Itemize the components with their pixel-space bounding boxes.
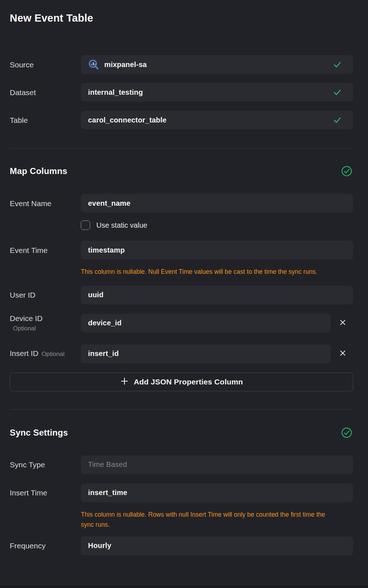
- insert-id-optional-label: Optional: [41, 349, 64, 358]
- event-name-value: event_name: [88, 199, 131, 208]
- frequency-row: Frequency Hourly: [10, 536, 353, 555]
- frequency-value: Hourly: [88, 542, 111, 550]
- sync-settings-header: Sync Settings: [10, 427, 353, 438]
- event-time-value: timestamp: [88, 246, 125, 254]
- insert-time-label: Insert Time: [10, 484, 81, 502]
- section-divider: [10, 409, 353, 410]
- insert-time-warning: This column is nullable. Rows with null …: [81, 509, 332, 530]
- event-time-label: Event Time: [10, 241, 81, 259]
- device-id-select[interactable]: device_id: [81, 314, 331, 333]
- event-name-label: Event Name: [10, 194, 81, 213]
- insert-time-row: Insert Time insert_time This column is n…: [10, 484, 353, 530]
- section-divider: [10, 148, 353, 148]
- use-static-value-row: Use static value: [81, 220, 353, 230]
- x-icon: [338, 348, 347, 359]
- user-id-label: User ID: [10, 286, 81, 304]
- dataset-value: internal_testing: [88, 88, 143, 97]
- dataset-select[interactable]: internal_testing: [81, 83, 353, 102]
- source-select[interactable]: mixpanel-sa: [81, 55, 353, 74]
- check-icon: [333, 116, 342, 124]
- device-id-row: Device ID Optional device_id: [10, 314, 353, 333]
- device-id-label: Device ID: [10, 314, 81, 323]
- table-value: carol_connector_table: [88, 116, 167, 124]
- user-id-value: uuid: [88, 291, 104, 299]
- insert-id-label-block: Insert ID Optional: [10, 344, 81, 363]
- map-columns-header: Map Columns: [10, 166, 353, 177]
- insert-id-select[interactable]: insert_id: [81, 344, 331, 363]
- table-select[interactable]: carol_connector_table: [81, 111, 353, 129]
- insert-id-clear-button[interactable]: [334, 344, 351, 363]
- table-label: Table: [10, 111, 81, 129]
- dataset-label: Dataset: [10, 83, 81, 102]
- sync-type-value: Time Based: [88, 460, 127, 469]
- add-json-properties-button[interactable]: Add JSON Properties Column: [10, 373, 353, 391]
- event-name-select[interactable]: event_name: [81, 194, 353, 213]
- device-id-label-block: Device ID Optional: [10, 314, 81, 333]
- user-id-select[interactable]: uuid: [81, 286, 353, 304]
- sync-type-label: Sync Type: [10, 455, 81, 474]
- insert-id-value: insert_id: [88, 349, 119, 358]
- table-row: Table carol_connector_table: [10, 111, 353, 129]
- x-icon: [338, 318, 347, 328]
- source-label: Source: [10, 55, 81, 74]
- use-static-value-checkbox[interactable]: [81, 220, 90, 230]
- source-row: Source mixpanel-sa: [10, 55, 353, 74]
- insert-id-label: Insert ID: [10, 349, 38, 358]
- event-name-row: Event Name event_name: [10, 194, 353, 213]
- device-id-clear-button[interactable]: [334, 314, 351, 333]
- user-id-row: User ID uuid: [10, 286, 353, 304]
- frequency-label: Frequency: [10, 536, 81, 555]
- frequency-select[interactable]: Hourly: [81, 536, 353, 555]
- add-json-properties-label: Add JSON Properties Column: [134, 378, 243, 386]
- sync-settings-heading: Sync Settings: [10, 427, 68, 438]
- plus-icon: [120, 377, 129, 387]
- source-value: mixpanel-sa: [104, 61, 147, 69]
- device-id-value: device_id: [88, 319, 122, 327]
- circle-check-icon: [341, 166, 352, 177]
- check-icon: [333, 60, 342, 69]
- insert-id-row: Insert ID Optional insert_id: [10, 344, 353, 363]
- insert-time-value: insert_time: [88, 489, 127, 497]
- mixpanel-search-icon: [88, 59, 99, 70]
- use-static-value-label: Use static value: [96, 221, 147, 230]
- check-icon: [333, 88, 342, 97]
- device-id-optional-label: Optional: [10, 324, 81, 333]
- event-time-row: Event Time timestamp This column is null…: [10, 241, 353, 277]
- page-title: New Event Table: [10, 12, 353, 24]
- sync-type-select-disabled: Time Based: [81, 455, 353, 474]
- insert-time-select[interactable]: insert_time: [81, 484, 353, 502]
- dataset-row: Dataset internal_testing: [10, 83, 353, 102]
- new-event-table-panel: New Event Table Source mixpanel-sa: [0, 0, 368, 588]
- event-time-select[interactable]: timestamp: [81, 241, 353, 259]
- circle-check-icon: [341, 427, 352, 438]
- event-time-warning: This column is nullable. Null Event Time…: [81, 267, 332, 277]
- map-columns-heading: Map Columns: [10, 166, 67, 177]
- panel-bottom-edge: [0, 585, 368, 588]
- sync-type-row: Sync Type Time Based: [10, 455, 353, 474]
